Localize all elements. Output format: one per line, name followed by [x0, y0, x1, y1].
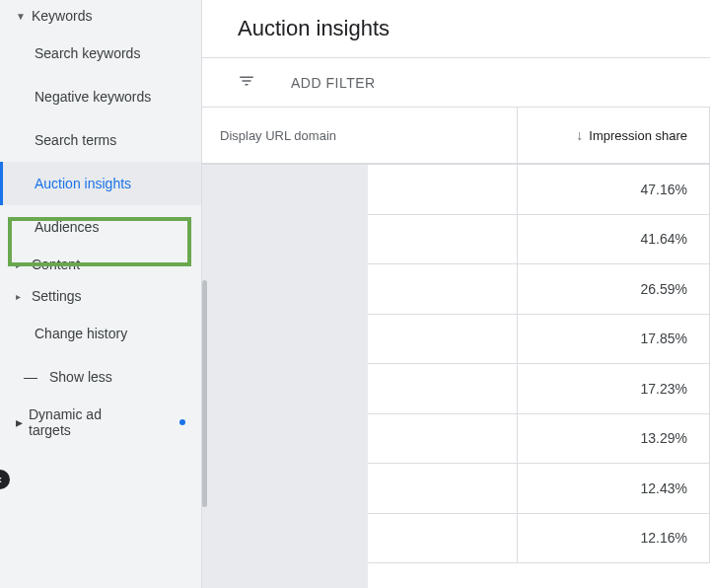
cell-impression-share: 47.16% — [518, 165, 710, 214]
cell-impression-share: 26.59% — [518, 264, 710, 314]
sidebar-group-label: Keywords — [32, 8, 92, 24]
sidebar-item-label: Negative keywords — [35, 89, 151, 105]
filter-icon[interactable] — [238, 72, 255, 93]
sidebar-show-less-label: Show less — [49, 369, 112, 385]
sidebar-item-label: Search terms — [35, 132, 116, 148]
column-header-domain[interactable]: Display URL domain — [202, 108, 518, 163]
cell-impression-share: 12.43% — [518, 464, 710, 513]
sidebar-group-content[interactable]: ▸ Content — [0, 249, 201, 280]
sidebar-item-label: Auction insights — [35, 176, 131, 191]
sidebar-item-label: Search keywords — [35, 45, 140, 61]
sidebar-item-audiences[interactable]: Audiences — [0, 205, 201, 249]
sort-descending-icon: ↓ — [576, 127, 583, 143]
main-content: Auction insights ADD FILTER Display URL … — [202, 0, 710, 588]
sidebar-group-dynamic-ad-targets[interactable]: ▸ Dynamic ad targets — [0, 399, 201, 446]
minus-icon: — — [24, 369, 37, 385]
notification-dot-icon — [179, 419, 185, 425]
table-header: Display URL domain ↓ Impression share — [202, 108, 710, 165]
cell-impression-share: 41.64% — [518, 215, 710, 264]
cell-impression-share: 17.85% — [518, 315, 710, 364]
sidebar-group-label: Settings — [32, 288, 82, 304]
sidebar-group-label: Content — [32, 257, 80, 272]
sidebar-item-negative-keywords[interactable]: Negative keywords — [0, 75, 201, 118]
sidebar-item-label: Change history — [35, 326, 127, 341]
column-header-label: Impression share — [589, 128, 687, 143]
sidebar-item-change-history[interactable]: Change history — [0, 312, 201, 355]
sidebar-item-label: Audiences — [35, 219, 99, 235]
sidebar-group-keywords[interactable]: ▼ Keywords — [0, 0, 201, 32]
scrollbar[interactable] — [202, 280, 207, 507]
caret-right-icon: ▸ — [16, 291, 26, 302]
column-header-impression-share[interactable]: ↓ Impression share — [518, 108, 710, 163]
sidebar-show-less[interactable]: — Show less — [0, 355, 201, 399]
sidebar-item-search-terms[interactable]: Search terms — [0, 118, 201, 162]
cell-impression-share: 17.23% — [518, 364, 710, 413]
sidebar-item-search-keywords[interactable]: Search keywords — [0, 32, 201, 75]
sidebar-item-auction-insights[interactable]: Auction insights — [0, 162, 201, 205]
redacted-domain-block — [202, 165, 368, 588]
cell-impression-share: 13.29% — [518, 414, 710, 464]
chevron-left-icon: ‹ — [0, 473, 2, 486]
caret-right-icon: ▸ — [16, 414, 23, 430]
caret-right-icon: ▸ — [16, 259, 26, 270]
auction-insights-table: Display URL domain ↓ Impression share 47… — [202, 107, 710, 588]
caret-down-icon: ▼ — [16, 11, 26, 22]
collapse-sidebar-button[interactable]: ‹ — [0, 470, 10, 489]
sidebar-group-label: Dynamic ad targets — [29, 406, 137, 438]
cell-impression-share: 12.16% — [518, 514, 710, 563]
column-header-label: Display URL domain — [220, 128, 336, 143]
page-title: Auction insights — [202, 0, 710, 57]
table-body: 47.16% 41.64% 26.59% 17.85% 17.23% — [202, 165, 710, 588]
sidebar-group-settings[interactable]: ▸ Settings — [0, 280, 201, 312]
sidebar: ▼ Keywords Search keywords Negative keyw… — [0, 0, 202, 588]
add-filter-button[interactable]: ADD FILTER — [291, 75, 376, 91]
filter-bar: ADD FILTER — [202, 57, 710, 107]
